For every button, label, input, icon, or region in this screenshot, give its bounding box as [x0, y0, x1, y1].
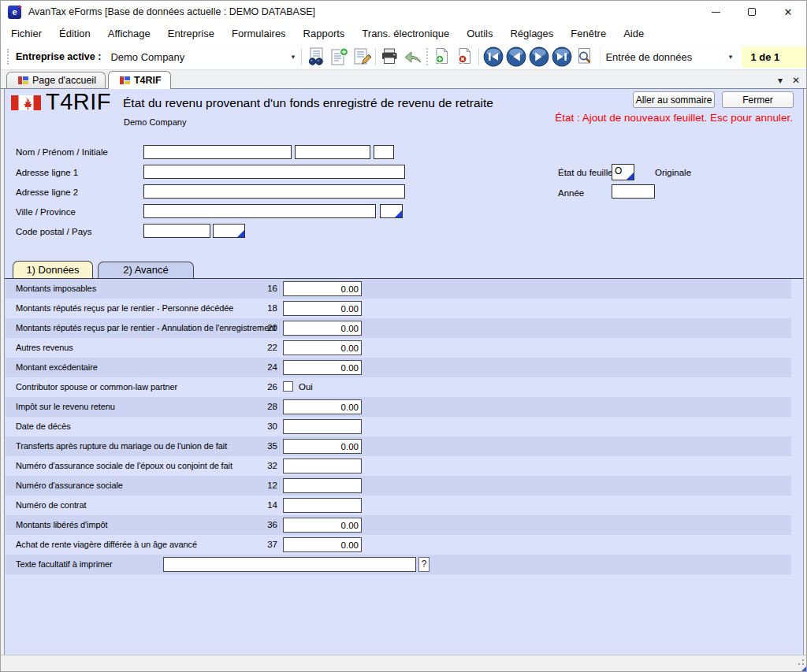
print-icon[interactable]: [378, 46, 401, 69]
form-row: Montant excédentaire24: [6, 358, 791, 377]
app-window: e+ AvanTax eForms [Base de données actue…: [0, 0, 807, 672]
oui-checkbox[interactable]: [283, 381, 293, 392]
tab-list-dropdown[interactable]: ▾: [778, 76, 783, 85]
edit-company-icon[interactable]: [350, 46, 373, 69]
postal-code-input[interactable]: [143, 224, 210, 238]
nav-prev-icon[interactable]: [504, 46, 527, 69]
maximize-button[interactable]: [734, 1, 770, 23]
form-row: Achat de rente viagère différée à un âge…: [6, 535, 791, 555]
go-to-summary-button[interactable]: Aller au sommaire: [633, 91, 715, 108]
slip-status-select[interactable]: O: [612, 164, 634, 180]
country-select[interactable]: [213, 224, 245, 238]
menu-rapports[interactable]: Rapports: [295, 24, 354, 43]
year-label: Année: [558, 188, 584, 198]
province-select[interactable]: [380, 204, 403, 218]
minimize-button[interactable]: [697, 1, 734, 23]
text-input-box-30[interactable]: [283, 419, 362, 434]
amount-input-box-18[interactable]: [283, 301, 362, 316]
recipient-identity-section: Nom / Prénom / Initiale Adresse ligne 1 …: [5, 135, 803, 261]
tab-avance[interactable]: 2) Avancé: [98, 262, 194, 278]
field-label: Montants libérés d'impôt: [16, 520, 107, 529]
field-label: Autres revenus: [16, 343, 73, 352]
record-counter: 1 de 1: [742, 46, 806, 68]
form-row: Transferts après rupture du mariage ou d…: [6, 436, 791, 456]
box-number: 26: [241, 382, 277, 392]
add-slip-icon[interactable]: [430, 46, 453, 69]
menu-entreprise[interactable]: Entreprise: [159, 24, 223, 43]
text-input-box-32[interactable]: [283, 459, 362, 473]
checkbox-label: Oui: [299, 382, 313, 392]
tab-close-button[interactable]: ✕: [792, 76, 800, 85]
company-select-value: Demo Company: [110, 51, 184, 63]
text-input-box-12[interactable]: [283, 478, 362, 493]
form-company: Demo Company: [124, 117, 186, 127]
nav-first-icon[interactable]: [482, 46, 504, 69]
combo-corner-icon: [395, 210, 402, 217]
amount-input-box-35[interactable]: [283, 439, 362, 454]
amount-input-box-24[interactable]: [283, 360, 362, 375]
add-company-icon[interactable]: [327, 46, 350, 69]
doc-tab-t4rif[interactable]: T4RIF: [108, 71, 171, 89]
menu-affichage[interactable]: Affichage: [99, 24, 159, 43]
undo-icon[interactable]: [401, 46, 424, 69]
amount-input-box-22[interactable]: [283, 340, 362, 355]
view-mode-value: Entrée de données: [605, 51, 692, 63]
menu--dition[interactable]: Édition: [50, 24, 99, 43]
nav-last-icon[interactable]: [550, 46, 573, 69]
form-row: Montants imposables16: [6, 279, 791, 299]
nav-next-icon[interactable]: [527, 46, 550, 69]
menu-outils[interactable]: Outils: [458, 24, 501, 43]
form-row: Montants réputés reçus par le rentier - …: [6, 299, 791, 318]
box-number: 35: [241, 441, 277, 451]
field-label: Numéro de contrat: [16, 500, 86, 510]
menu-aide[interactable]: Aide: [615, 24, 653, 43]
menu-trans-lectronique[interactable]: Trans. électronique: [353, 24, 458, 43]
preview-icon[interactable]: [573, 46, 596, 69]
last-name-input[interactable]: [143, 145, 292, 159]
close-form-button[interactable]: Fermer: [722, 91, 794, 108]
initial-input[interactable]: [374, 145, 394, 159]
chevron-down-icon: ▾: [292, 53, 296, 61]
close-button[interactable]: ✕: [770, 1, 806, 23]
amount-input-box-16[interactable]: [283, 281, 362, 296]
text-input-box-14[interactable]: [283, 498, 362, 513]
app-icon: e+: [8, 6, 21, 19]
box-number: 12: [241, 481, 277, 490]
toolbar-separator: [301, 48, 302, 65]
address2-input[interactable]: [143, 184, 405, 199]
field-label: Montants réputés reçus par le rentier - …: [16, 303, 233, 313]
menu-r-glages[interactable]: Réglages: [501, 24, 562, 43]
field-label: Numéro d'assurance sociale de l'époux ou…: [16, 461, 232, 470]
toolbar-separator: [478, 48, 479, 65]
browse-company-icon[interactable]: [304, 46, 327, 69]
amount-input-box-20[interactable]: [283, 321, 362, 336]
address1-input[interactable]: [143, 165, 405, 179]
menu-fichier[interactable]: Fichier: [2, 24, 50, 43]
delete-slip-icon[interactable]: [453, 46, 476, 69]
toolbar-grip[interactable]: [7, 49, 10, 65]
field-label: Montant excédentaire: [16, 362, 98, 372]
menu-formulaires[interactable]: Formulaires: [223, 24, 295, 43]
box-number: 30: [241, 421, 277, 431]
amount-input-box-37[interactable]: [283, 537, 362, 552]
box-number: 28: [241, 402, 277, 411]
box-number: 20: [241, 323, 277, 332]
chevron-down-icon: ▾: [729, 53, 733, 61]
form-row: Impôt sur le revenu retenu28: [6, 397, 791, 417]
city-input[interactable]: [143, 204, 376, 218]
form-row: Numéro d'assurance sociale12: [6, 476, 791, 496]
year-input[interactable]: [612, 184, 655, 199]
company-select[interactable]: Demo Company ▾: [107, 48, 299, 65]
menu-fen-tre[interactable]: Fenêtre: [562, 24, 615, 43]
amount-input-box-36[interactable]: [283, 518, 362, 533]
tab-donnees[interactable]: 1) Données: [13, 261, 93, 278]
view-mode-select[interactable]: Entrée de données ▾: [600, 48, 737, 65]
optional-text-input[interactable]: [163, 557, 416, 572]
amount-input-box-28[interactable]: [283, 399, 362, 414]
first-name-input[interactable]: [295, 145, 370, 159]
doc-tab-page-d-accueil[interactable]: Page d'accueil: [6, 72, 106, 88]
box-number: 16: [241, 284, 277, 293]
form-row: Texte facultatif à imprimer?: [6, 555, 791, 574]
help-button[interactable]: ?: [418, 557, 430, 572]
box-number: 14: [241, 500, 277, 510]
